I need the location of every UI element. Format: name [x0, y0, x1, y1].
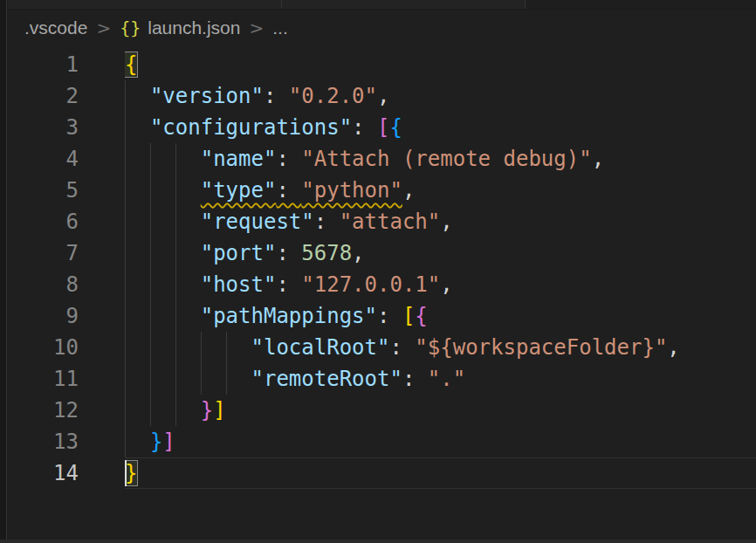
code-editor[interactable]: 1234567891011121314 { "version": "0.2.0"… [8, 45, 756, 543]
indentation [125, 178, 201, 203]
line-number[interactable]: 3 [8, 112, 125, 143]
line-number[interactable]: 2 [8, 80, 125, 112]
indentation [125, 304, 201, 328]
code-line[interactable]: }] [125, 395, 756, 426]
token: ] [213, 398, 225, 423]
token: , [402, 178, 415, 203]
indentation [125, 147, 201, 171]
chevron-right-icon: > [96, 17, 111, 38]
token: : [276, 147, 301, 171]
token: : [352, 115, 377, 140]
token: : [402, 367, 428, 391]
token: [ [377, 115, 389, 140]
text-cursor [125, 460, 127, 486]
token: "host" [201, 272, 277, 297]
code-line[interactable]: "port": 5678, [125, 237, 756, 269]
token: : [314, 210, 340, 234]
line-number[interactable]: 7 [8, 237, 125, 269]
code-area[interactable]: { "version": "0.2.0", "configurations": … [125, 49, 756, 543]
matched-bracket: } [125, 461, 137, 485]
token: "port" [201, 241, 277, 265]
token: "pathMappings" [201, 304, 377, 328]
line-number[interactable]: 13 [8, 426, 125, 457]
line-number[interactable]: 8 [8, 269, 125, 300]
token: : [276, 272, 301, 297]
breadcrumb-file-label: launch.json [148, 17, 240, 38]
token: "remoteRoot" [251, 367, 402, 391]
breadcrumb-item-symbol[interactable]: ... [272, 17, 288, 38]
indentation [125, 272, 201, 297]
token: "request" [201, 210, 314, 234]
tab-bar-empty-space [526, 0, 756, 9]
token: "127.0.0.1" [301, 272, 440, 297]
token: : [264, 84, 289, 108]
code-line[interactable]: "name": "Attach (remote debug)", [125, 143, 756, 175]
breadcrumb-item-folder[interactable]: .vscode [24, 17, 87, 38]
token: "attach" [340, 210, 441, 234]
breadcrumb-folder-label: .vscode [24, 17, 87, 38]
token: 5678 [301, 241, 352, 265]
tab-bar [8, 0, 756, 10]
line-number[interactable]: 6 [8, 206, 125, 237]
indentation [125, 210, 201, 234]
token: , [352, 241, 364, 265]
line-number[interactable]: 5 [8, 175, 125, 206]
window-left-edge [0, 0, 7, 543]
indentation [125, 398, 201, 423]
code-line[interactable]: "version": "0.2.0", [125, 80, 756, 112]
code-line[interactable]: "host": "127.0.0.1", [125, 269, 756, 300]
token: "python" [301, 178, 402, 203]
indentation [125, 430, 150, 454]
token: , [667, 335, 679, 360]
token: "version" [150, 84, 264, 108]
warning-squiggle: "type": "python" [201, 178, 402, 203]
token: "." [428, 367, 465, 391]
breadcrumb-symbol-label: ... [272, 17, 288, 38]
token: , [440, 210, 452, 234]
window-bottom-edge [0, 540, 756, 543]
token: { [389, 115, 402, 140]
line-number[interactable]: 12 [8, 395, 125, 426]
breadcrumb-item-file[interactable]: {} launch.json [120, 17, 240, 38]
code-line[interactable]: "remoteRoot": "." [125, 363, 756, 395]
token: "${workspaceFolder}" [415, 335, 667, 360]
token: } [150, 430, 162, 454]
token: "configurations" [150, 115, 352, 140]
token: { [415, 304, 427, 328]
token: , [592, 147, 604, 171]
token: , [377, 84, 389, 108]
line-number-gutter: 1234567891011121314 [8, 49, 125, 543]
token: , [440, 272, 452, 297]
code-line[interactable]: "type": "python", [125, 175, 756, 206]
token: : [389, 335, 415, 360]
token: "type" [201, 178, 277, 203]
indentation [125, 367, 251, 391]
code-line[interactable]: "localRoot": "${workspaceFolder}", [125, 332, 756, 363]
code-line[interactable]: } [125, 457, 756, 489]
code-line[interactable]: }] [125, 426, 756, 457]
tab-2[interactable] [282, 0, 526, 9]
line-number[interactable]: 9 [8, 300, 125, 332]
breadcrumb: .vscode > {} launch.json > ... [8, 10, 756, 45]
token: } [201, 398, 213, 423]
line-number[interactable]: 14 [8, 457, 125, 489]
matched-bracket: { [125, 52, 137, 77]
token: ] [162, 430, 175, 454]
token: : [276, 241, 301, 265]
code-line[interactable]: "pathMappings": [{ [125, 300, 756, 332]
line-number[interactable]: 4 [8, 143, 125, 175]
code-line[interactable]: { [125, 49, 756, 80]
token: "name" [201, 147, 277, 171]
tab-1[interactable] [8, 0, 282, 9]
token: : [377, 304, 402, 328]
indentation [125, 335, 251, 360]
token: "0.2.0" [289, 84, 377, 108]
code-line[interactable]: "request": "attach", [125, 206, 756, 237]
line-number[interactable]: 10 [8, 332, 125, 363]
line-number[interactable]: 11 [8, 363, 125, 395]
code-line[interactable]: "configurations": [{ [125, 112, 756, 143]
indentation [125, 84, 150, 108]
line-number[interactable]: 1 [8, 49, 125, 80]
token: "localRoot" [251, 335, 390, 360]
indentation [125, 115, 150, 140]
